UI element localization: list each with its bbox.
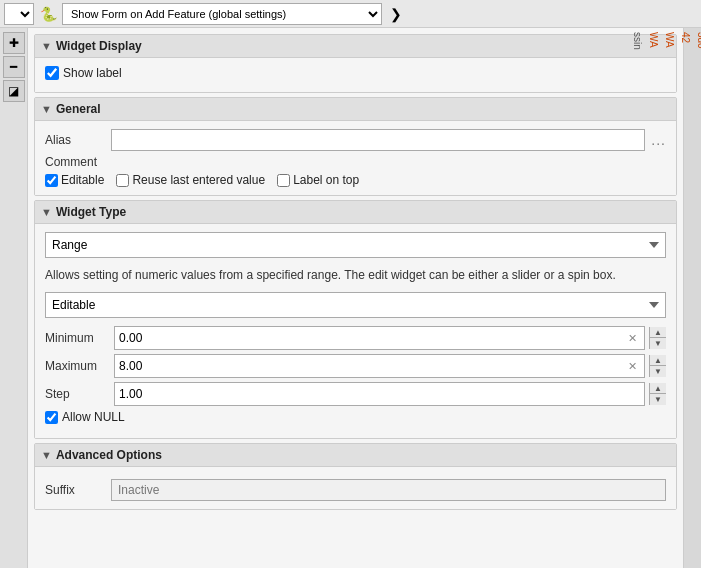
step-up-button[interactable]: ▲ (650, 383, 666, 394)
widget-type-dropdown[interactable]: Range (45, 232, 666, 258)
comment-label: Comment (45, 155, 666, 169)
widget-description: Allows setting of numeric values from a … (45, 266, 666, 284)
add-row-button[interactable]: ✚ (3, 32, 25, 54)
right-panel-item-6: WA (661, 32, 677, 50)
right-panel-item-4: 3d0 (693, 32, 702, 50)
minimum-input-wrapper: ✕ (114, 326, 645, 350)
alias-row: Alias ... (45, 129, 666, 151)
widget-type-section: ▼ Widget Type Range Allows setting of nu… (34, 200, 677, 439)
editable-label: Editable (61, 173, 104, 187)
widget-type-body: Range Allows setting of numeric values f… (35, 224, 676, 438)
content-panel: ▼ Widget Display Show label ▼ General Al… (28, 28, 683, 568)
python-icon: 🐍 (38, 4, 58, 24)
suffix-label: Suffix (45, 483, 105, 497)
editable-checkbox[interactable] (45, 174, 58, 187)
allow-null-label: Allow NULL (62, 410, 125, 424)
left-sidebar: ✚ ━ ◪ (0, 28, 28, 568)
label-on-top-checkbox[interactable] (277, 174, 290, 187)
step-row: Step ▲ ▼ (45, 382, 666, 406)
general-collapse-icon: ▼ (41, 103, 52, 115)
general-title: General (56, 102, 101, 116)
minimum-down-button[interactable]: ▼ (650, 338, 666, 349)
right-panel-item-7: WA (645, 32, 661, 50)
widget-subtype-dropdown[interactable]: Editable (45, 292, 666, 318)
advanced-options-title: Advanced Options (56, 448, 162, 462)
label-on-top-label: Label on top (293, 173, 359, 187)
widget-type-title: Widget Type (56, 205, 126, 219)
main-layout: ✚ ━ ◪ ▼ Widget Display Show label ▼ Gene… (0, 28, 701, 568)
reuse-checkbox-item: Reuse last entered value (116, 173, 265, 187)
step-spinner: ▲ ▼ (649, 383, 666, 405)
step-input-wrapper (114, 382, 645, 406)
widget-type-collapse-icon: ▼ (41, 206, 52, 218)
step-input[interactable] (119, 387, 640, 401)
allow-null-row: Allow NULL (45, 410, 666, 424)
minimum-clear-button[interactable]: ✕ (624, 330, 640, 346)
advanced-options-collapse-icon: ▼ (41, 449, 52, 461)
maximum-input-wrapper: ✕ (114, 354, 645, 378)
remove-row-button[interactable]: ━ (3, 56, 25, 78)
right-panel-labels: sag arer l_dl 3d0 42 WA WA ssin (629, 32, 702, 50)
options-checkboxes-row: Editable Reuse last entered value Label … (45, 173, 666, 187)
alias-extra-button[interactable]: ... (651, 132, 666, 148)
widget-display-section: ▼ Widget Display Show label (34, 34, 677, 93)
right-panel-item-8: ssin (629, 32, 645, 50)
minimum-up-button[interactable]: ▲ (650, 327, 666, 338)
general-section: ▼ General Alias ... Comment Editable (34, 97, 677, 196)
alias-label: Alias (45, 133, 105, 147)
alias-input[interactable] (111, 129, 645, 151)
maximum-label: Maximum (45, 359, 110, 373)
suffix-row: Suffix (45, 475, 666, 501)
label-on-top-checkbox-item: Label on top (277, 173, 359, 187)
minimum-input[interactable] (119, 331, 622, 345)
widget-display-collapse-icon: ▼ (41, 40, 52, 52)
minimum-label: Minimum (45, 331, 110, 345)
widget-display-title: Widget Display (56, 39, 142, 53)
color-button[interactable]: ◪ (3, 80, 25, 102)
top-bar: 🐍 Show Form on Add Feature (global setti… (0, 0, 701, 28)
advanced-options-header[interactable]: ▼ Advanced Options (35, 444, 676, 467)
top-bar-left-dropdown[interactable] (4, 3, 34, 25)
show-label-checkbox[interactable] (45, 66, 59, 80)
right-panel-item-5: 42 (677, 32, 693, 50)
advanced-options-section: ▼ Advanced Options Suffix (34, 443, 677, 510)
widget-display-header[interactable]: ▼ Widget Display (35, 35, 676, 58)
form-add-feature-select[interactable]: Show Form on Add Feature (global setting… (62, 3, 382, 25)
maximum-up-button[interactable]: ▲ (650, 355, 666, 366)
maximum-input[interactable] (119, 359, 622, 373)
reuse-label: Reuse last entered value (132, 173, 265, 187)
editable-checkbox-item: Editable (45, 173, 104, 187)
minimum-row: Minimum ✕ ▲ ▼ (45, 326, 666, 350)
show-label-row: Show label (45, 66, 666, 80)
maximum-spinner: ▲ ▼ (649, 355, 666, 377)
widget-display-body: Show label (35, 58, 676, 92)
maximum-down-button[interactable]: ▼ (650, 366, 666, 377)
advanced-options-body: Suffix (35, 467, 676, 509)
suffix-input[interactable] (111, 479, 666, 501)
allow-null-checkbox[interactable] (45, 411, 58, 424)
right-panel: sag arer l_dl 3d0 42 WA WA ssin (683, 28, 701, 568)
reuse-checkbox[interactable] (116, 174, 129, 187)
general-body: Alias ... Comment Editable Reuse last en… (35, 121, 676, 195)
step-label: Step (45, 387, 110, 401)
general-header[interactable]: ▼ General (35, 98, 676, 121)
minimum-spinner: ▲ ▼ (649, 327, 666, 349)
maximum-clear-button[interactable]: ✕ (624, 358, 640, 374)
step-down-button[interactable]: ▼ (650, 394, 666, 405)
nav-icon[interactable]: ❯ (386, 4, 406, 24)
maximum-row: Maximum ✕ ▲ ▼ (45, 354, 666, 378)
widget-type-header[interactable]: ▼ Widget Type (35, 201, 676, 224)
show-label-text: Show label (63, 66, 122, 80)
